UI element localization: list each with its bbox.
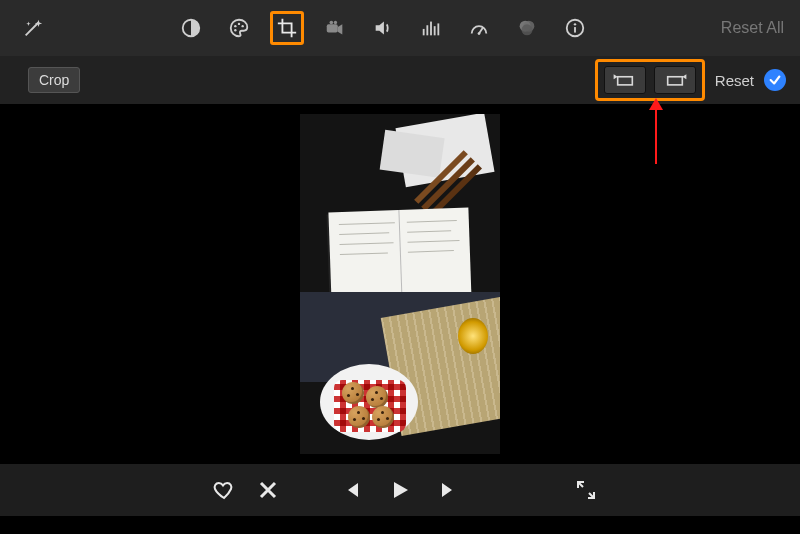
svg-point-1 xyxy=(234,25,236,27)
audio-equalizer-icon[interactable] xyxy=(414,11,448,45)
color-filters-icon[interactable] xyxy=(510,11,544,45)
crop-sub-toolbar: Crop Reset xyxy=(0,56,800,104)
svg-rect-11 xyxy=(434,26,436,35)
reset-crop-button[interactable]: Reset xyxy=(715,72,754,89)
volume-icon[interactable] xyxy=(366,11,400,45)
preview-viewer xyxy=(0,104,800,464)
annotation-arrow xyxy=(655,108,657,164)
adjustments-toolbar: Reset All xyxy=(0,0,800,56)
crop-icon[interactable] xyxy=(270,11,304,45)
rotate-buttons-group xyxy=(595,59,705,101)
favorite-button[interactable] xyxy=(210,476,238,504)
play-button[interactable] xyxy=(386,476,414,504)
rotate-counterclockwise-button[interactable] xyxy=(604,66,646,94)
svg-rect-22 xyxy=(668,77,683,85)
reset-all-button[interactable]: Reset All xyxy=(721,19,784,37)
color-balance-icon[interactable] xyxy=(174,11,208,45)
video-camera-icon[interactable] xyxy=(318,11,352,45)
auto-enhance-icon[interactable] xyxy=(16,11,50,45)
svg-rect-20 xyxy=(574,27,576,33)
svg-rect-12 xyxy=(437,23,439,35)
svg-point-4 xyxy=(234,29,236,31)
apply-check-button[interactable] xyxy=(764,69,786,91)
media-frame[interactable] xyxy=(300,114,500,454)
transport-bar xyxy=(0,464,800,516)
next-button[interactable] xyxy=(436,476,464,504)
bottom-strip xyxy=(0,516,800,534)
svg-rect-21 xyxy=(618,77,633,85)
fullscreen-button[interactable] xyxy=(572,476,600,504)
svg-point-6 xyxy=(330,21,334,25)
speedometer-icon[interactable] xyxy=(462,11,496,45)
svg-rect-8 xyxy=(423,29,425,35)
rotate-clockwise-button[interactable] xyxy=(654,66,696,94)
tool-icons-group xyxy=(174,11,592,45)
svg-point-14 xyxy=(478,32,481,35)
svg-point-7 xyxy=(334,21,337,24)
reject-button[interactable] xyxy=(254,476,282,504)
svg-point-3 xyxy=(241,25,243,27)
svg-point-19 xyxy=(574,23,576,25)
color-palette-icon[interactable] xyxy=(222,11,256,45)
svg-point-17 xyxy=(522,24,533,35)
previous-button[interactable] xyxy=(336,476,364,504)
scene-illustration xyxy=(300,114,500,454)
svg-point-2 xyxy=(238,23,240,25)
svg-rect-10 xyxy=(430,22,432,36)
info-icon[interactable] xyxy=(558,11,592,45)
svg-rect-9 xyxy=(426,25,428,35)
svg-rect-5 xyxy=(327,24,338,32)
crop-mode-badge[interactable]: Crop xyxy=(28,67,80,93)
